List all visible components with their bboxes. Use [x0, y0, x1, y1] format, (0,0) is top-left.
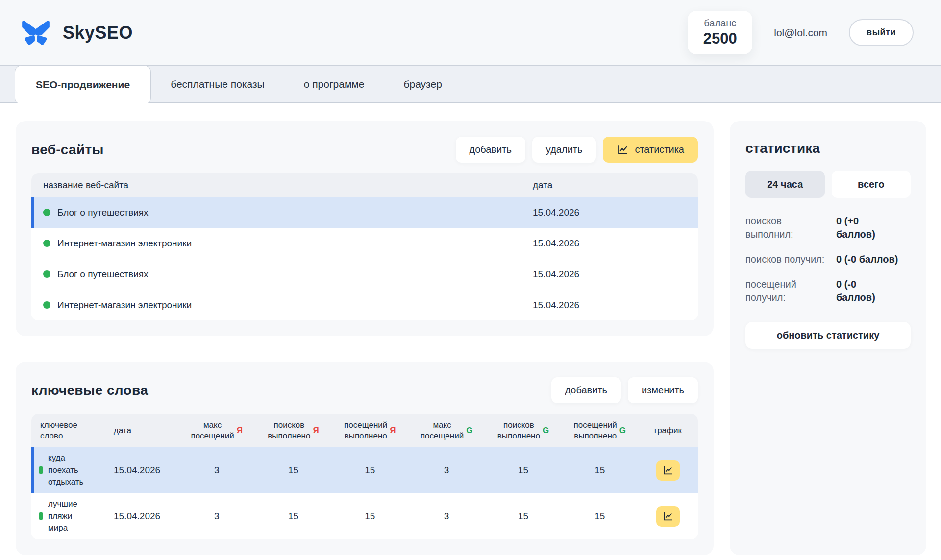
app-title: SkySEO — [63, 23, 133, 43]
stat-value: 0 (+0 баллов) — [836, 215, 911, 241]
tab-about[interactable]: о программе — [284, 66, 384, 102]
column-visits-done-google: посещений выполненоG — [562, 420, 638, 441]
yandex-icon: Я — [237, 425, 243, 436]
column-searches-done-yandex: поисков выполненоЯ — [255, 420, 331, 441]
keyword-row[interactable]: лучшие пляжи мира 15.04.2026 3 15 15 3 1… — [31, 493, 698, 539]
max-visits-google-value: 3 — [408, 465, 485, 476]
google-icon: G — [543, 425, 549, 436]
add-website-button[interactable]: добавить — [456, 137, 525, 163]
status-dot-icon — [43, 209, 50, 216]
logout-button[interactable]: выйти — [849, 19, 914, 46]
website-name: Блог о путешествиях — [57, 207, 149, 218]
stat-value: 0 (-0 баллов) — [836, 253, 911, 266]
website-date: 15.04.2026 — [525, 207, 698, 218]
keyword-date: 15.04.2026 — [105, 511, 178, 522]
stat-label: поисков выполнил: — [745, 215, 836, 241]
stat-value: 0 (-0 баллов) — [836, 278, 911, 304]
user-email: lol@lol.com — [774, 27, 827, 39]
add-keyword-button[interactable]: добавить — [551, 377, 621, 403]
searches-done-yandex-value: 15 — [255, 511, 331, 522]
websites-table: название веб-сайта дата Блог о путешеств… — [31, 173, 698, 320]
stat-row-searches-received: поисков получил: 0 (-0 баллов) — [745, 253, 911, 266]
keywords-panel: ключевые слова добавить изменить ключево… — [16, 362, 714, 555]
searches-done-google-value: 15 — [485, 511, 561, 522]
visits-done-yandex-value: 15 — [332, 465, 408, 476]
website-stats-button[interactable]: статистика — [603, 137, 698, 163]
stats-panel: статистика 24 часа всего поисков выполни… — [730, 121, 926, 555]
chart-line-icon — [663, 465, 673, 476]
stat-row-searches-done: поисков выполнил: 0 (+0 баллов) — [745, 215, 911, 241]
google-icon: G — [619, 425, 626, 436]
chart-line-icon — [617, 144, 629, 156]
tab-bar: SEO-продвижение бесплатные показы о прог… — [0, 65, 941, 103]
tab-free-views[interactable]: бесплатные показы — [151, 66, 284, 102]
website-date: 15.04.2026 — [525, 300, 698, 311]
website-row[interactable]: Блог о путешествиях 15.04.2026 — [31, 197, 698, 228]
column-max-visits-google: макс посещенийG — [408, 420, 485, 441]
edit-keyword-button[interactable]: изменить — [628, 377, 698, 403]
tab-seo-promotion[interactable]: SEO-продвижение — [15, 65, 151, 103]
status-dot-icon — [43, 240, 50, 247]
balance-card: баланс 2500 — [688, 11, 752, 54]
websites-table-header: название веб-сайта дата — [31, 173, 698, 197]
brand: SkySEO — [20, 18, 133, 48]
website-row[interactable]: Интернет-магазин электроники 15.04.2026 — [31, 228, 698, 259]
websites-title: веб-сайты — [31, 142, 104, 158]
range-24h-button[interactable]: 24 часа — [745, 171, 825, 198]
keywords-table: ключевое слово дата макс посещенийЯ поис… — [31, 414, 698, 539]
website-name: Интернет-магазин электроники — [57, 238, 192, 249]
column-date: дата — [105, 425, 178, 436]
stats-title: статистика — [745, 141, 911, 156]
google-icon: G — [466, 425, 472, 436]
keywords-title: ключевые слова — [31, 383, 148, 398]
column-visits-done-yandex: посещений выполненоЯ — [332, 420, 408, 441]
column-website-name: название веб-сайта — [31, 180, 525, 191]
column-max-visits-yandex: макс посещенийЯ — [178, 420, 255, 441]
app-header: SkySEO баланс 2500 lol@lol.com выйти — [0, 0, 941, 65]
column-keyword: ключевое слово — [31, 420, 105, 441]
range-total-button[interactable]: всего — [832, 171, 911, 198]
max-visits-yandex-value: 3 — [178, 511, 255, 522]
website-row[interactable]: Интернет-магазин электроники 15.04.2026 — [31, 290, 698, 320]
website-name: Блог о путешествиях — [57, 269, 149, 280]
keyword-text: лучшие пляжи мира — [48, 498, 77, 535]
balance-value: 2500 — [700, 30, 740, 48]
column-searches-done-google: поисков выполненоG — [485, 420, 561, 441]
website-date: 15.04.2026 — [525, 238, 698, 249]
website-row[interactable]: Блог о путешествиях 15.04.2026 — [31, 259, 698, 290]
max-visits-google-value: 3 — [408, 511, 485, 522]
keyword-status-icon — [39, 466, 43, 474]
tab-browser[interactable]: браузер — [384, 66, 461, 102]
keyword-date: 15.04.2026 — [105, 465, 178, 476]
stat-label: посещений получил: — [745, 278, 836, 304]
websites-panel: веб-сайты добавить удалить статистика н — [16, 121, 714, 336]
status-dot-icon — [43, 270, 50, 278]
visits-done-yandex-value: 15 — [332, 511, 408, 522]
yandex-icon: Я — [390, 425, 396, 436]
stats-range-toggle: 24 часа всего — [745, 171, 911, 198]
keyword-graph-button[interactable] — [656, 460, 680, 481]
searches-done-yandex-value: 15 — [255, 465, 331, 476]
keyword-status-icon — [39, 512, 43, 520]
website-date: 15.04.2026 — [525, 269, 698, 280]
keyword-text: куда поехать отдыхать — [48, 452, 83, 488]
refresh-stats-button[interactable]: обновить статистику — [745, 322, 911, 349]
visits-done-google-value: 15 — [562, 511, 638, 522]
stat-row-visits-received: посещений получил: 0 (-0 баллов) — [745, 278, 911, 304]
chart-line-icon — [663, 511, 673, 522]
searches-done-google-value: 15 — [485, 465, 561, 476]
stat-label: поисков получил: — [745, 253, 836, 266]
keyword-graph-button[interactable] — [656, 506, 680, 527]
balance-label: баланс — [700, 18, 740, 29]
status-dot-icon — [43, 301, 50, 309]
website-name: Интернет-магазин электроники — [57, 300, 192, 311]
column-date: дата — [525, 180, 698, 191]
keyword-row[interactable]: куда поехать отдыхать 15.04.2026 3 15 15… — [31, 447, 698, 493]
logo-butterfly-icon — [20, 18, 52, 48]
keywords-table-header: ключевое слово дата макс посещенийЯ поис… — [31, 414, 698, 447]
max-visits-yandex-value: 3 — [178, 465, 255, 476]
column-graph: график — [638, 425, 698, 436]
yandex-icon: Я — [313, 425, 319, 436]
visits-done-google-value: 15 — [562, 465, 638, 476]
delete-website-button[interactable]: удалить — [532, 137, 596, 163]
